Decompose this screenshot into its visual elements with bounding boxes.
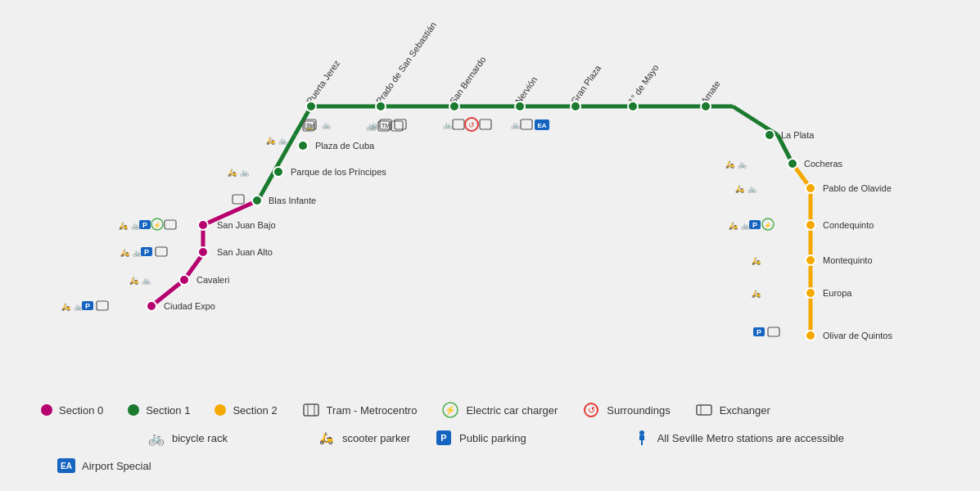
legend-tram: Tram - Metrocentro xyxy=(302,401,418,419)
station-dot-cavaleri xyxy=(179,275,189,285)
legend: Section 0 Section 1 Section 2 Tram - Met… xyxy=(41,401,942,475)
legend-label-bicycle: bicycle rack xyxy=(172,432,228,444)
icon-scooter-pablo: 🛵 xyxy=(735,184,745,194)
station-dot-europa xyxy=(806,288,815,298)
station-dot-blas xyxy=(252,196,262,205)
station-dot-mayo xyxy=(628,101,638,111)
icon-scooter-sjb: 🛵 xyxy=(119,221,129,231)
station-label-nervion: Nervión xyxy=(513,74,540,106)
icon-scooter-montequinto: 🛵 xyxy=(752,256,761,266)
icon-surroundings-legend: ↺ xyxy=(582,401,600,419)
svg-rect-33 xyxy=(697,405,711,415)
svg-text:⚡: ⚡ xyxy=(764,221,772,229)
icon-airport-legend: EA xyxy=(57,457,75,475)
legend-label-section2: Section 2 xyxy=(233,404,277,417)
legend-airport: EA Airport Special xyxy=(57,457,151,475)
legend-label-surroundings: Surroundings xyxy=(607,404,670,417)
svg-rect-26 xyxy=(304,404,318,416)
icon-bike-nervion: 🚲 xyxy=(511,120,521,130)
icon-bus-ce xyxy=(97,301,108,310)
svg-text:P: P xyxy=(440,433,446,443)
station-dot-parque xyxy=(273,167,283,177)
svg-text:EA: EA xyxy=(537,122,546,129)
icon-bus-sjb xyxy=(165,220,176,229)
legend-label-electric: Electric car charger xyxy=(466,404,558,417)
station-dot-nervion xyxy=(515,101,525,111)
legend-scooter: 🛵 scooter parker xyxy=(318,429,410,447)
legend-electric: ⚡ Electric car charger xyxy=(441,401,558,419)
icon-bike-pj: 🚲 xyxy=(322,120,332,130)
metro-map-container: Puerta Jerez Prado de San Sebastián San … xyxy=(0,0,980,491)
station-label-blas: Blas Infante xyxy=(269,196,316,205)
legend-dot-section2 xyxy=(215,404,226,416)
station-label-prado: Prado de San Sebastián xyxy=(374,20,438,106)
station-label-pablo: Pablo de Olavide xyxy=(823,183,892,193)
station-dot-la-plata xyxy=(765,130,775,140)
station-label-san-juan-bajo: San Juan Bajo xyxy=(217,220,276,230)
station-label-mayo: 1° de Mayo xyxy=(626,63,661,106)
icon-scooter-condequinto: 🛵 xyxy=(729,221,738,231)
icon-scooter-europa: 🛵 xyxy=(752,289,761,299)
svg-text:P: P xyxy=(752,221,757,229)
station-dot-san-juan-alto xyxy=(198,247,208,257)
station-dot-san-juan-bajo xyxy=(198,220,208,230)
legend-parking: P Public parking xyxy=(435,429,526,447)
icon-scooter-ce: 🛵 xyxy=(61,302,71,312)
svg-text:↺: ↺ xyxy=(468,121,475,129)
station-label-cocheras: Cocheras xyxy=(804,159,843,169)
station-label-plaza-cuba: Plaza de Cuba xyxy=(315,141,375,151)
station-label-puerta-jerez: Puerta Jerez xyxy=(305,58,342,106)
station-label-san-juan-alto: San Juan Alto xyxy=(217,247,273,257)
icon-parking-legend: P xyxy=(435,429,453,447)
svg-text:TM: TM xyxy=(306,123,314,128)
station-label-san-bernardo: San Bernardo xyxy=(448,55,488,106)
legend-exchanger: Exchanger xyxy=(695,401,770,419)
svg-text:EA: EA xyxy=(61,462,72,471)
icon-bike-cocheras: 🚲 xyxy=(738,160,747,169)
icon-bike-sb: 🚲 xyxy=(443,120,453,130)
icon-bike-cavaleri: 🚲 xyxy=(142,276,151,286)
icon-electric-legend: ⚡ xyxy=(441,401,459,419)
legend-section2: Section 2 xyxy=(215,401,277,419)
icon-bike-prado: 🚲 xyxy=(370,120,380,130)
legend-label-accessible: All Seville Metro stations are accessibl… xyxy=(657,432,844,444)
icon-bus-olivar xyxy=(768,327,779,336)
svg-point-37 xyxy=(639,430,644,435)
station-label-olivar: Olivar de Quintos xyxy=(823,331,892,340)
station-label-ciudad-expo: Ciudad Expo xyxy=(164,301,215,311)
station-dot-san-bernardo xyxy=(449,101,459,111)
station-dot-puerta-jerez xyxy=(306,101,316,111)
legend-label-parking: Public parking xyxy=(459,432,526,444)
icon-scooter-cavaleri: 🛵 xyxy=(129,276,139,286)
legend-surroundings: ↺ Surroundings xyxy=(582,401,670,419)
svg-text:P: P xyxy=(142,221,147,229)
station-label-amate: Amate xyxy=(699,79,722,106)
svg-text:P: P xyxy=(85,302,90,310)
legend-label-scooter: scooter parker xyxy=(342,432,410,444)
station-dot-pablo xyxy=(806,183,815,193)
svg-text:⚡: ⚡ xyxy=(153,221,161,229)
legend-label-section0: Section 0 xyxy=(59,404,103,417)
station-label-condequinto: Condequinto xyxy=(823,220,874,230)
icon-scooter-legend: 🛵 xyxy=(318,429,336,447)
legend-bicycle: 🚲 bicycle rack xyxy=(147,429,228,447)
icon-bus-sja xyxy=(156,247,167,256)
icon-bike-parque: 🚲 xyxy=(240,168,250,178)
legend-label-exchanger: Exchanger xyxy=(720,404,770,417)
station-label-gran-plaza: Gran Plaza xyxy=(569,62,603,106)
icon-bus-blas xyxy=(233,195,244,204)
legend-label-airport: Airport Special xyxy=(82,460,151,472)
station-label-montequinto: Montequinto xyxy=(823,255,873,265)
icon-scooter-plaza-cuba: 🛵 xyxy=(266,136,276,146)
svg-text:P: P xyxy=(144,248,149,256)
icon-exchanger-legend xyxy=(695,401,713,419)
station-dot-ciudad-expo xyxy=(147,301,156,311)
svg-text:⚡: ⚡ xyxy=(445,404,456,416)
station-dot-prado xyxy=(376,101,386,111)
icon-tram-sb xyxy=(453,119,464,129)
legend-section0: Section 0 xyxy=(41,401,103,419)
station-label-la-plata: La Plata xyxy=(781,130,815,140)
icon-tram-nervion xyxy=(521,119,532,129)
svg-text:↺: ↺ xyxy=(588,405,595,415)
icon-scooter-sja: 🛵 xyxy=(120,248,130,258)
